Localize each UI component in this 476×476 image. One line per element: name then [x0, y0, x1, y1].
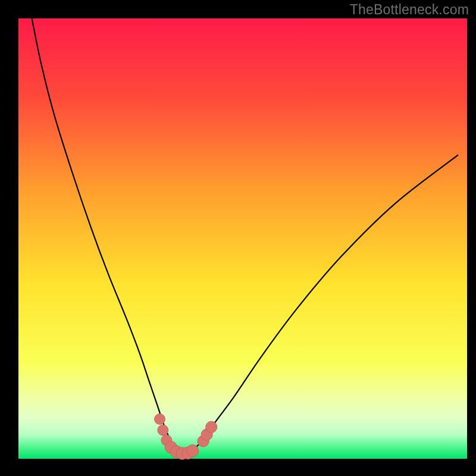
marker-dot: [155, 414, 165, 424]
plot-background: [18, 18, 467, 459]
marker-dot: [206, 421, 217, 433]
watermark-text: TheBottleneck.com: [350, 2, 469, 18]
bottleneck-chart: [0, 0, 476, 476]
marker-dot: [186, 444, 199, 457]
marker-dot: [158, 425, 168, 436]
outer-frame: TheBottleneck.com: [0, 0, 476, 476]
